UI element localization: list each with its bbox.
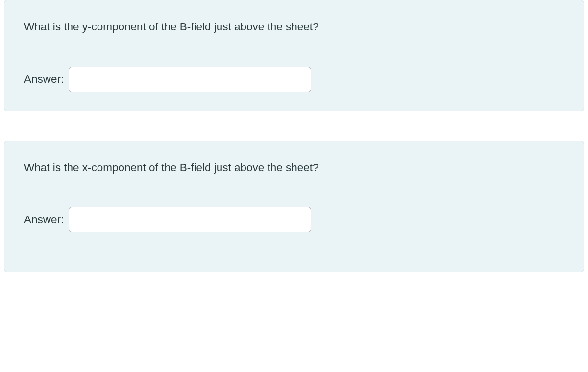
answer-label: Answer: [24,73,64,86]
question-card-1: What is the y-component of the B-field j… [4,0,584,111]
answer-input[interactable] [69,207,311,232]
answer-label: Answer: [24,213,64,226]
question-prompt: What is the x-component of the B-field j… [24,160,564,175]
answer-row: Answer: [24,207,564,232]
question-card-2: What is the x-component of the B-field j… [4,141,584,273]
answer-row: Answer: [24,67,564,92]
answer-input[interactable] [69,67,311,92]
question-prompt: What is the y-component of the B-field j… [24,19,564,35]
